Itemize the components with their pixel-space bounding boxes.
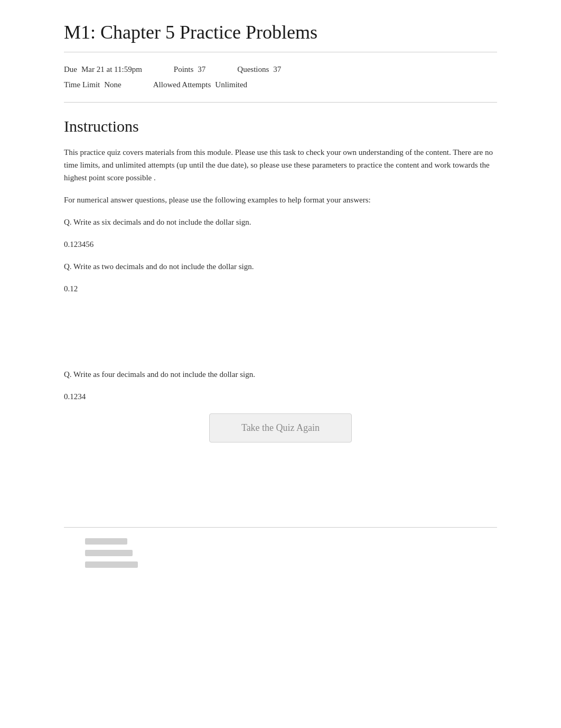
time-limit-pair: Time Limit None: [64, 80, 121, 89]
time-limit-label: Time Limit: [64, 80, 100, 89]
points-value: 37: [198, 65, 205, 74]
quiz-title: M1: Chapter 5 Practice Problems: [64, 21, 497, 43]
qa-block-1: Q. Write as six decimals and do not incl…: [64, 216, 497, 251]
points-pair: Points 37: [174, 65, 206, 74]
qa-block-3: Q. Write as four decimals and do not inc…: [64, 368, 497, 403]
stub-line-1: [85, 538, 127, 545]
stub-line-2: [85, 550, 133, 556]
bottom-stubs: [64, 538, 497, 589]
allowed-attempts-label: Allowed Attempts: [153, 80, 211, 89]
stub-line-3: [85, 561, 138, 568]
qa-answer-3: 0.1234: [64, 390, 497, 403]
due-value: Mar 21 at 11:59pm: [81, 65, 142, 74]
meta-bottom-divider: [64, 102, 497, 103]
instructions-paragraph1: This practice quiz covers materials from…: [64, 146, 497, 184]
instructions-section: Instructions This practice quiz covers m…: [64, 117, 497, 403]
qa-answer-1: 0.123456: [64, 238, 497, 251]
allowed-attempts-pair: Allowed Attempts Unlimited: [153, 80, 247, 89]
take-quiz-again-button[interactable]: Take the Quiz Again: [209, 413, 352, 443]
due-label: Due: [64, 65, 77, 74]
questions-label: Questions: [237, 65, 269, 74]
qa-question-3: Q. Write as four decimals and do not inc…: [64, 368, 497, 381]
take-quiz-container: Take the Quiz Again: [64, 413, 497, 443]
qa-block-2: Q. Write as two decimals and do not incl…: [64, 260, 497, 295]
instructions-heading: Instructions: [64, 117, 497, 135]
allowed-attempts-value: Unlimited: [215, 80, 247, 89]
content-spacer: [64, 305, 497, 368]
qa-answer-2: 0.12: [64, 282, 497, 295]
questions-pair: Questions 37: [237, 65, 281, 74]
quiz-meta: Due Mar 21 at 11:59pm Points 37 Question…: [64, 57, 497, 98]
top-divider: [64, 52, 497, 52]
instructions-paragraph2: For numerical answer questions, please u…: [64, 193, 497, 206]
questions-value: 37: [273, 65, 281, 74]
qa-question-2: Q. Write as two decimals and do not incl…: [64, 260, 497, 273]
bottom-spacer: [64, 464, 497, 506]
time-limit-value: None: [104, 80, 121, 89]
due-pair: Due Mar 21 at 11:59pm: [64, 65, 142, 74]
points-label: Points: [174, 65, 194, 74]
qa-question-1: Q. Write as six decimals and do not incl…: [64, 216, 497, 228]
instructions-body: This practice quiz covers materials from…: [64, 146, 497, 403]
bottom-divider: [64, 527, 497, 528]
